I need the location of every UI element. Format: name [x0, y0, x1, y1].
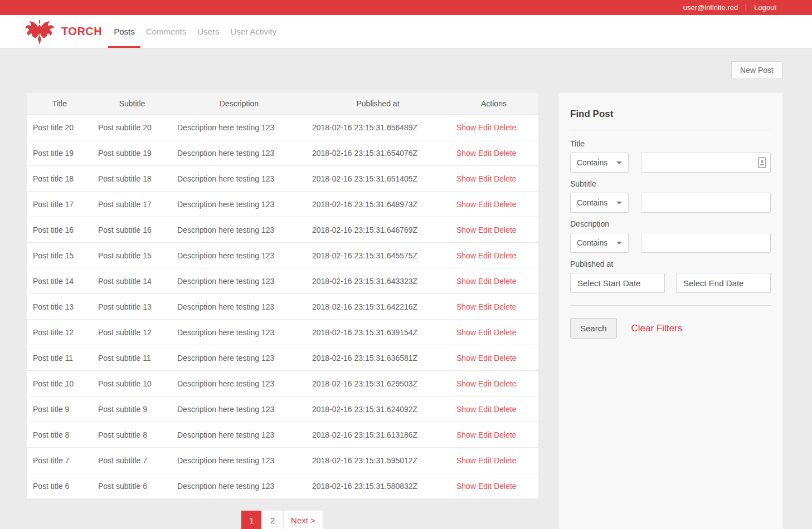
show-link[interactable]: Show	[456, 200, 476, 209]
tab-comments[interactable]: Comments	[140, 15, 192, 48]
show-link[interactable]: Show	[456, 123, 476, 132]
subtitle-operator-select[interactable]: Contains	[570, 193, 629, 213]
post-description-cell: Description here testing 123	[172, 448, 307, 473]
description-filter-input[interactable]	[641, 233, 771, 253]
post-published-cell: 2018-02-16 23:15:31.636581Z	[307, 345, 449, 371]
post-published-cell: 2018-02-16 23:15:31.648973Z	[307, 192, 449, 217]
table-row: Post title 18Post subtitle 18Description…	[27, 166, 538, 192]
delete-link[interactable]: Delete	[494, 174, 516, 183]
post-subtitle-cell: Post subtitle 19	[93, 140, 172, 166]
edit-link[interactable]: Edit	[478, 251, 492, 260]
subtitle-filter-input[interactable]	[641, 193, 771, 213]
show-link[interactable]: Show	[456, 430, 476, 439]
delete-link[interactable]: Delete	[494, 405, 516, 414]
delete-link[interactable]: Delete	[494, 277, 516, 286]
post-subtitle-cell: Post subtitle 15	[93, 243, 172, 268]
delete-link[interactable]: Delete	[494, 430, 516, 439]
table-row: Post title 13Post subtitle 13Description…	[27, 294, 538, 320]
edit-link[interactable]: Edit	[478, 149, 492, 158]
posts-table-section: TitleSubtitleDescriptionPublished atActi…	[27, 93, 538, 529]
edit-link[interactable]: Edit	[478, 123, 492, 132]
table-row: Post title 14Post subtitle 14Description…	[27, 268, 538, 294]
delete-link[interactable]: Delete	[494, 354, 516, 363]
show-link[interactable]: Show	[456, 456, 476, 465]
title-operator-select[interactable]: Contains	[570, 153, 629, 173]
show-link[interactable]: Show	[456, 482, 476, 491]
show-link[interactable]: Show	[456, 328, 476, 337]
post-subtitle-cell: Post subtitle 9	[93, 396, 172, 422]
edit-link[interactable]: Edit	[478, 405, 492, 414]
post-subtitle-cell: Post subtitle 18	[93, 166, 172, 192]
post-subtitle-cell: Post subtitle 12	[93, 320, 172, 345]
page-1-link[interactable]: 1	[241, 511, 261, 529]
show-link[interactable]: Show	[456, 149, 476, 158]
delete-link[interactable]: Delete	[494, 149, 516, 158]
start-date-input[interactable]	[570, 273, 665, 293]
edit-link[interactable]: Edit	[478, 226, 492, 234]
post-actions-cell: ShowEditDelete	[449, 268, 538, 294]
show-link[interactable]: Show	[456, 379, 476, 388]
show-link[interactable]: Show	[456, 354, 476, 363]
delete-link[interactable]: Delete	[494, 226, 516, 234]
delete-link[interactable]: Delete	[494, 123, 516, 132]
edit-link[interactable]: Edit	[478, 430, 492, 439]
post-subtitle-cell: Post subtitle 16	[93, 217, 172, 243]
edit-link[interactable]: Edit	[478, 277, 492, 286]
edit-link[interactable]: Edit	[478, 379, 492, 388]
main-content: New Post TitleSubtitleDescriptionPublish…	[0, 61, 812, 529]
new-post-button[interactable]: New Post	[731, 61, 782, 79]
post-description-cell: Description here testing 123	[172, 396, 307, 422]
post-title-cell: Post title 13	[27, 294, 93, 320]
edit-link[interactable]: Edit	[478, 302, 492, 311]
description-operator-select[interactable]: Contains	[570, 233, 629, 253]
delete-link[interactable]: Delete	[494, 328, 516, 337]
post-description-cell: Description here testing 123	[172, 294, 307, 320]
search-button[interactable]: Search	[570, 318, 617, 339]
table-row: Post title 6Post subtitle 6Description h…	[27, 473, 538, 499]
post-subtitle-cell: Post subtitle 6	[93, 473, 172, 499]
show-link[interactable]: Show	[456, 405, 476, 414]
post-actions-cell: ShowEditDelete	[449, 345, 538, 371]
post-subtitle-cell: Post subtitle 17	[93, 192, 172, 217]
tab-posts[interactable]: Posts	[108, 15, 140, 48]
post-title-cell: Post title 17	[27, 192, 93, 217]
show-link[interactable]: Show	[456, 251, 476, 260]
delete-link[interactable]: Delete	[494, 456, 516, 465]
delete-link[interactable]: Delete	[494, 251, 516, 260]
post-description-cell: Description here testing 123	[172, 115, 307, 140]
edit-link[interactable]: Edit	[478, 328, 492, 337]
post-published-cell: 2018-02-16 23:15:31.656489Z	[307, 115, 449, 140]
table-row: Post title 16Post subtitle 16Description…	[27, 217, 538, 243]
post-description-cell: Description here testing 123	[172, 217, 307, 243]
edit-link[interactable]: Edit	[478, 456, 492, 465]
topbar: user@infinite.red Logout	[0, 0, 812, 15]
tab-user-activity[interactable]: User Activity	[225, 15, 282, 48]
post-title-cell: Post title 19	[27, 140, 93, 166]
show-link[interactable]: Show	[456, 226, 476, 234]
tab-users[interactable]: Users	[192, 15, 225, 48]
delete-link[interactable]: Delete	[494, 379, 516, 388]
delete-link[interactable]: Delete	[494, 200, 516, 209]
next-page-link[interactable]: Next >	[284, 511, 323, 529]
show-link[interactable]: Show	[456, 302, 476, 311]
title-filter-input[interactable]	[641, 153, 771, 173]
clear-filters-link[interactable]: Clear Filters	[631, 323, 683, 334]
edit-link[interactable]: Edit	[478, 482, 492, 491]
divider	[570, 130, 771, 130]
show-link[interactable]: Show	[456, 277, 476, 286]
subtitle-filter-input-wrap	[641, 193, 771, 213]
page-2-link[interactable]: 2	[262, 511, 283, 529]
delete-link[interactable]: Delete	[494, 302, 516, 311]
table-row: Post title 11Post subtitle 11Description…	[27, 345, 538, 371]
posts-table-body: Post title 20Post subtitle 20Description…	[27, 115, 538, 499]
edit-link[interactable]: Edit	[478, 200, 492, 209]
end-date-input[interactable]	[676, 273, 771, 293]
show-link[interactable]: Show	[456, 174, 476, 183]
delete-link[interactable]: Delete	[494, 482, 516, 491]
edit-link[interactable]: Edit	[478, 354, 492, 363]
chevron-down-icon	[616, 161, 622, 164]
post-title-cell: Post title 9	[27, 396, 93, 422]
user-email: user@infinite.red	[683, 3, 738, 12]
edit-link[interactable]: Edit	[478, 174, 492, 183]
logout-link[interactable]: Logout	[754, 3, 776, 12]
